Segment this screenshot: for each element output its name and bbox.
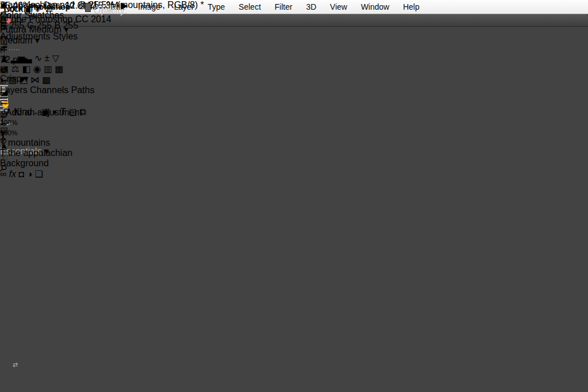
layers-panel-menu-icon[interactable]: ☰ <box>0 96 8 106</box>
layer-thumbnail[interactable]: T <box>0 148 8 158</box>
layer-row-background[interactable]: Background <box>0 158 94 169</box>
fill-arrow-icon[interactable]: ▾ <box>146 6 148 11</box>
menu-select[interactable]: Select <box>232 0 268 14</box>
layer-name[interactable]: Background <box>0 158 49 168</box>
type-layer-thumbnail-icon: T <box>0 148 5 158</box>
layer-thumbnail[interactable]: T <box>0 138 8 147</box>
menu-filter[interactable]: Filter <box>268 0 299 14</box>
green-value[interactable]: 255 <box>37 21 52 30</box>
layer-name[interactable]: the appalachian <box>8 148 73 158</box>
photoshop-window: Photoshop File Edit Image Layer Type Sel… <box>0 0 588 392</box>
new-layer-icon[interactable]: ❏ <box>35 169 43 179</box>
lock-transparency-icon[interactable]: ▣ <box>24 5 33 14</box>
layer-row-mountains[interactable]: T mountains <box>0 138 94 148</box>
new-adjustment-layer-icon[interactable]: ◑ <box>27 169 33 179</box>
type-layer-thumbnail-icon: T <box>0 138 5 147</box>
fill-label: Fill: <box>102 4 116 14</box>
lock-label: Lock: <box>4 4 26 14</box>
red-value[interactable]: 255 <box>9 21 25 30</box>
menu-help[interactable]: Help <box>396 0 426 14</box>
layer-style-icon[interactable]: fx <box>9 169 16 179</box>
panel-dock: » Color Swatches ☰ R 255 G 255 B 255 <box>0 0 94 179</box>
menu-window[interactable]: Window <box>354 0 396 14</box>
opacity-value[interactable]: 100% <box>0 119 18 127</box>
link-layers-icon[interactable]: ∞ <box>0 169 6 179</box>
blend-mode-row: Normal ▾ Opacity: 100% ▾ <box>0 117 94 127</box>
layer-name[interactable]: mountains <box>8 138 50 147</box>
fill-value[interactable]: 100% <box>0 129 18 137</box>
lock-pixels-icon[interactable]: ✐ <box>35 5 43 14</box>
green-channel-label: G <box>27 21 34 30</box>
add-mask-icon[interactable]: ◘ <box>19 169 25 179</box>
red-channel-label: R <box>0 21 7 30</box>
lock-row: Lock: ▣ ✐ ⇄ Fill: 100% ▾ <box>0 127 94 138</box>
menu-view[interactable]: View <box>323 0 354 14</box>
menu-3d[interactable]: 3D <box>299 0 323 14</box>
menu-type[interactable]: Type <box>201 0 232 14</box>
lock-position-icon[interactable]: ⇄ <box>45 5 53 14</box>
blue-channel-label: B <box>54 21 61 30</box>
color-panel-body: R 255 G 255 B 255 <box>0 21 154 90</box>
layer-row-the-appalachian[interactable]: T the appalachian <box>0 148 94 158</box>
layers-footer: ∞ fx ◘ ◑ ❏ <box>0 169 94 179</box>
add-adjustment-heading: Add an adjustment <box>6 107 82 118</box>
blue-value[interactable]: 255 <box>63 21 78 30</box>
